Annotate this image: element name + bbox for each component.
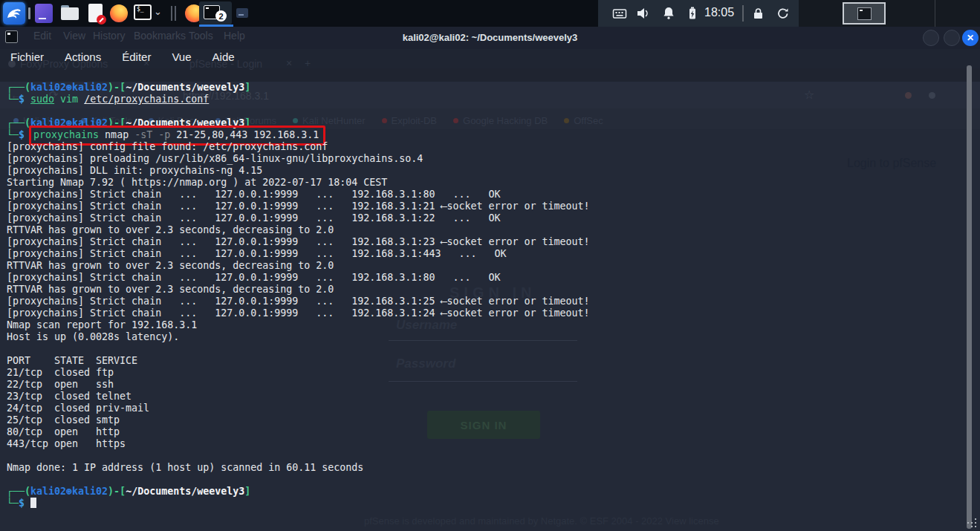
workspace-window-thumb xyxy=(857,7,872,20)
terminal-line: └─$ sudo vim /etc/proxychains.conf xyxy=(7,94,590,105)
kali-menu-button[interactable] xyxy=(3,2,25,25)
terminal-line: Starting Nmap 7.92 ( https://nmap.org ) … xyxy=(7,177,590,189)
maximize-button[interactable] xyxy=(944,30,960,46)
terminal-line: PORT STATE SERVICE xyxy=(7,355,590,367)
resize-grip[interactable] xyxy=(967,522,969,524)
panel-separator xyxy=(935,0,935,27)
terminal-line: Host is up (0.0028s latency). xyxy=(7,331,590,343)
firefox-launcher-icon[interactable] xyxy=(110,4,128,22)
terminal-line xyxy=(7,450,590,462)
file-manager-icon[interactable] xyxy=(61,5,79,20)
terminal-line xyxy=(7,474,590,486)
panel-right-segment xyxy=(799,0,980,27)
minimize-button[interactable] xyxy=(923,30,939,46)
terminal-line: [proxychains] Strict chain ... 127.0.0.1… xyxy=(7,272,590,284)
logout-icon[interactable] xyxy=(775,5,791,22)
window-count-badge: 2 xyxy=(215,10,227,22)
terminal-line xyxy=(7,343,590,355)
terminal-menubar: Fichier Actions Éditer Vue Aide xyxy=(10,51,235,63)
terminal-line: 21/tcp closed ftp xyxy=(7,367,590,379)
terminal-line: Nmap scan report for 192.168.3.1 xyxy=(7,319,590,331)
terminal-launcher-icon[interactable]: $_ xyxy=(134,4,152,20)
terminal-line: RTTVAR has grown to over 2.3 seconds, de… xyxy=(7,260,590,272)
terminal-line: 22/tcp open ssh xyxy=(7,379,590,391)
terminal-line: [proxychains] Strict chain ... 127.0.0.1… xyxy=(7,212,590,224)
terminal-line: [proxychains] DLL init: proxychains-ng 4… xyxy=(7,165,590,177)
volume-icon[interactable] xyxy=(635,5,652,22)
terminal-line: RTTVAR has grown to over 2.3 seconds, de… xyxy=(7,284,590,296)
panel-separator xyxy=(171,6,172,21)
terminal-line: [proxychains] Strict chain ... 127.0.0.1… xyxy=(7,296,590,307)
terminal-line: 443/tcp open https xyxy=(7,438,590,450)
scrollbar[interactable] xyxy=(967,65,972,529)
bg-band-tabs xyxy=(0,68,980,82)
terminal-line: 80/tcp open http xyxy=(7,426,590,438)
menu-actions[interactable]: Actions xyxy=(65,51,101,63)
text-editor-icon[interactable] xyxy=(88,4,103,22)
panel-handle[interactable] xyxy=(28,7,30,19)
terminal-line: [proxychains] Strict chain ... 127.0.0.1… xyxy=(7,248,590,260)
terminal-line: └─$ xyxy=(7,498,590,509)
terminal-line: ┌──(kali02⊛kali02)-[~/Documents/weevely3… xyxy=(7,82,590,94)
terminal-line: [proxychains] config file found: /etc/pr… xyxy=(7,141,590,153)
chevron-down-icon[interactable]: ⌄ xyxy=(154,6,162,17)
battery-icon[interactable] xyxy=(684,5,701,22)
keyboard-icon[interactable] xyxy=(611,5,628,22)
terminal-line: Nmap done: 1 IP address (1 host up) scan… xyxy=(7,462,590,474)
terminal-line: └─$ proxychains nmap -sT -p 21-25,80,443… xyxy=(7,129,590,141)
menu-aide[interactable]: Aide xyxy=(212,51,235,63)
terminal-line: [proxychains] preloading /usr/lib/x86_64… xyxy=(7,153,590,165)
desktop: Edit View History Bookmarks Tools Help F… xyxy=(0,0,980,531)
menu-editer[interactable]: Éditer xyxy=(122,51,151,63)
tray-separator xyxy=(742,5,744,22)
workspace-pager[interactable] xyxy=(843,2,886,25)
terminal-line: [proxychains] Strict chain ... 127.0.0.1… xyxy=(7,236,590,248)
terminal-line: [proxychains] Strict chain ... 127.0.0.1… xyxy=(7,307,590,319)
terminal-line: 25/tcp closed smtp xyxy=(7,414,590,426)
terminal-line: RTTVAR has grown to over 2.3 seconds, de… xyxy=(7,224,590,236)
terminal-line xyxy=(7,105,590,117)
terminal-line: 24/tcp closed priv-mail xyxy=(7,403,590,414)
terminal-line: ┌──(kali02⊛kali02)-[~/Documents/weevely3… xyxy=(7,486,590,498)
terminal-line: [proxychains] Strict chain ... 127.0.0.1… xyxy=(7,201,590,212)
kali-dragon-icon xyxy=(5,4,23,22)
bell-icon[interactable] xyxy=(661,5,677,22)
terminal-line: [proxychains] Strict chain ... 127.0.0.1… xyxy=(7,189,590,201)
hidden-window-icon[interactable] xyxy=(236,8,248,18)
menu-fichier[interactable]: Fichier xyxy=(10,51,44,63)
terminal-line: 23/tcp closed telnet xyxy=(7,391,590,403)
clock[interactable]: 18:05 xyxy=(704,6,734,19)
terminal-output[interactable]: ┌──(kali02⊛kali02)-[~/Documents/weevely3… xyxy=(7,82,590,509)
edit-badge-icon xyxy=(97,15,106,25)
terminal-window-title: kali02@kali02: ~/Documents/weevely3 xyxy=(0,32,980,43)
terminal-cursor xyxy=(30,498,36,508)
panel-separator xyxy=(175,6,176,21)
settings-window-icon[interactable] xyxy=(35,4,53,23)
lock-icon[interactable] xyxy=(750,5,766,22)
top-panel: $_ ⌄ 2 18:05 xyxy=(0,0,980,27)
close-button[interactable]: ✕ xyxy=(962,30,979,46)
menu-vue[interactable]: Vue xyxy=(172,51,191,63)
active-task-indicator xyxy=(199,25,233,27)
